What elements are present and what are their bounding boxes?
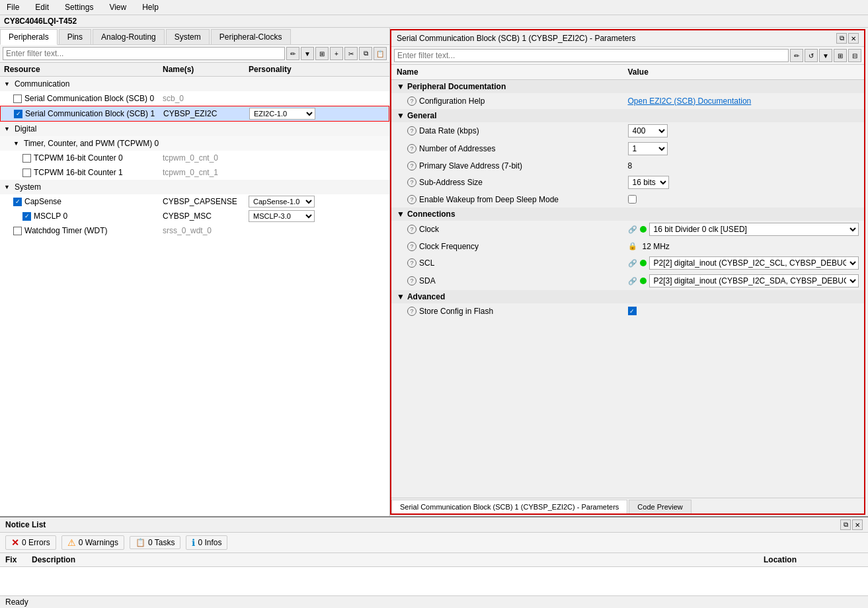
checkbox-wdt[interactable]: [13, 227, 22, 235]
help-icon-enable-wakeup[interactable]: ?: [407, 195, 416, 204]
link-icon-clock[interactable]: 🔗: [628, 225, 637, 234]
help-icon-sda[interactable]: ?: [407, 276, 416, 285]
errors-btn[interactable]: ✕ 0 Errors: [5, 535, 56, 550]
help-icon-primary-slave[interactable]: ?: [407, 161, 416, 171]
personality-scb1: EZI2C-1.0: [249, 108, 385, 120]
help-icon-config-help[interactable]: ?: [407, 96, 416, 106]
row-sub-address-size: ? Sub-Address Size 16 bits: [391, 174, 864, 192]
menu-file[interactable]: File: [4, 1, 22, 13]
help-icon-num-addresses[interactable]: ?: [407, 144, 416, 153]
personality-select-msclp0[interactable]: MSCLP-3.0: [249, 210, 315, 222]
col-personality: Personality: [249, 65, 385, 74]
link-ezi2c-doc[interactable]: Open EZI2C (SCB) Documentation: [628, 96, 752, 106]
tab-pins[interactable]: Pins: [59, 29, 91, 44]
right-refresh-btn[interactable]: ↺: [805, 49, 818, 62]
close-btn[interactable]: ✕: [848, 33, 859, 44]
value-data-rate[interactable]: 400: [628, 124, 668, 137]
help-icon-clock-freq[interactable]: ?: [407, 242, 416, 251]
tree-wdt[interactable]: Watchdog Timer (WDT) srss_0_wdt_0: [0, 223, 389, 238]
left-paste-btn[interactable]: 📋: [374, 47, 387, 60]
personality-msclp0: MSCLP-3.0: [249, 210, 385, 222]
checkbox-capsense[interactable]: ✓: [13, 198, 22, 206]
tab-scb-parameters[interactable]: Serial Communication Block (SCB) 1 (CYBS…: [391, 500, 627, 513]
link-icon-sda[interactable]: 🔗: [628, 277, 637, 285]
value-sda[interactable]: P2[3] digital_inout (CYBSP_I2C_SDA, CYBS…: [649, 274, 859, 287]
section-advanced-header[interactable]: ▼ Advanced: [391, 290, 864, 303]
menu-edit[interactable]: Edit: [32, 1, 52, 13]
value-clock[interactable]: 16 bit Divider 0 clk [USED]: [649, 223, 859, 236]
tab-peripheral-clocks[interactable]: Peripheral-Clocks: [211, 29, 291, 44]
help-icon-sub-address-size[interactable]: ?: [407, 178, 416, 187]
value-store-config[interactable]: ✓: [628, 307, 637, 315]
section-general-header[interactable]: ▼ General: [391, 109, 864, 122]
label-sub-address-size: Sub-Address Size: [419, 178, 483, 187]
infos-btn[interactable]: ℹ 0 Infos: [186, 535, 227, 550]
notice-restore-btn[interactable]: ⧉: [840, 519, 851, 530]
checkbox-scb0[interactable]: [13, 95, 22, 103]
restore-btn[interactable]: ⧉: [836, 33, 847, 44]
right-collapse-btn[interactable]: ⊟: [848, 49, 861, 62]
tree-tcpwm0[interactable]: TCPWM 16-bit Counter 0 tcpwm_0_cnt_0: [0, 151, 389, 165]
left-filter-input[interactable]: [3, 47, 285, 60]
value-enable-wakeup[interactable]: [628, 195, 637, 204]
section-connections-header[interactable]: ▼ Connections: [391, 208, 864, 221]
left-expand-btn[interactable]: ⊞: [315, 47, 329, 60]
checkbox-scb1[interactable]: ✓: [14, 110, 22, 118]
warnings-btn[interactable]: ⚠ 0 Warnings: [61, 535, 124, 550]
left-add-btn[interactable]: +: [330, 47, 343, 60]
section-peripheral-doc-header[interactable]: ▼ Peripheral Documentation: [391, 80, 864, 93]
tree-capsense[interactable]: ✓ CapSense CYBSP_CAPSENSE CapSense-1.0: [0, 194, 389, 209]
value-scl[interactable]: P2[2] digital_inout (CYBSP_I2C_SCL, CYBS…: [649, 256, 859, 270]
tree-digital[interactable]: ▼ Digital: [0, 122, 389, 136]
right-filter-btn[interactable]: ▼: [819, 49, 832, 62]
tree-tcpwm[interactable]: ▼ Timer, Counter, and PWM (TCPWM) 0: [0, 136, 389, 151]
checkbox-tcpwm0[interactable]: [22, 154, 31, 163]
link-icon-scl[interactable]: 🔗: [628, 259, 637, 268]
right-filter-input[interactable]: [394, 49, 789, 62]
section-peripheral-doc: ▼ Peripheral Documentation ? Configurati…: [391, 80, 864, 109]
checkbox-tcpwm1[interactable]: [22, 169, 31, 177]
help-icon-store-config[interactable]: ?: [407, 307, 416, 316]
row-clock-freq: ? Clock Frequency 🔒 12 MHz: [391, 239, 864, 254]
notice-col-header: Fix Description Location: [0, 553, 868, 567]
menu-view[interactable]: View: [106, 1, 129, 13]
personality-select-capsense[interactable]: CapSense-1.0: [249, 196, 315, 208]
chevron-digital[interactable]: ▼: [4, 126, 12, 132]
notice-close-btn[interactable]: ✕: [852, 519, 863, 530]
right-expand-btn[interactable]: ⊞: [834, 49, 847, 62]
tree-scb1[interactable]: ✓ Serial Communication Block (SCB) 1 CYB…: [0, 106, 389, 122]
menu-settings[interactable]: Settings: [62, 1, 96, 13]
left-filter-btn[interactable]: ▼: [301, 47, 314, 60]
help-icon-scl[interactable]: ?: [407, 258, 416, 268]
name-wdt: srss_0_wdt_0: [163, 226, 249, 235]
value-sub-address-size[interactable]: 16 bits: [628, 176, 669, 189]
help-icon-clock[interactable]: ?: [407, 225, 416, 234]
tree-tcpwm1[interactable]: TCPWM 16-bit Counter 1 tcpwm_0_cnt_1: [0, 165, 389, 180]
tree-communication[interactable]: ▼ Communication: [0, 77, 389, 91]
tasks-btn[interactable]: 📋 0 Tasks: [130, 536, 180, 549]
right-filter-bar: ✏ ↺ ▼ ⊞ ⊟: [391, 47, 864, 65]
chevron-system[interactable]: ▼: [4, 184, 12, 190]
checkbox-msclp0[interactable]: ✓: [22, 212, 31, 221]
chevron-communication[interactable]: ▼: [4, 81, 12, 87]
left-cut-btn[interactable]: ✂: [344, 47, 358, 60]
tab-analog-routing[interactable]: Analog-Routing: [93, 29, 165, 44]
info-icon: ℹ: [192, 537, 195, 548]
value-num-addresses[interactable]: 1: [628, 142, 668, 155]
tree-scb0[interactable]: Serial Communication Block (SCB) 0 scb_0: [0, 91, 389, 106]
tree-msclp0[interactable]: ✓ MSCLP 0 CYBSP_MSC MSCLP-3.0: [0, 209, 389, 223]
help-icon-data-rate[interactable]: ?: [407, 126, 416, 135]
tab-code-preview[interactable]: Code Preview: [629, 500, 691, 513]
chevron-tcpwm[interactable]: ▼: [13, 140, 21, 147]
tab-peripherals[interactable]: Peripherals: [0, 29, 58, 45]
name-msclp0: CYBSP_MSC: [163, 211, 249, 221]
label-tcpwm1: TCPWM 16-bit Counter 1: [34, 168, 123, 177]
left-edit-btn[interactable]: ✏: [286, 47, 299, 60]
personality-select-scb1[interactable]: EZI2C-1.0: [249, 108, 315, 120]
right-edit-btn[interactable]: ✏: [790, 49, 803, 62]
tree-system[interactable]: ▼ System: [0, 180, 389, 194]
infos-label: 0 Infos: [198, 538, 221, 547]
menu-help[interactable]: Help: [139, 1, 161, 13]
left-copy-btn[interactable]: ⧉: [359, 47, 372, 60]
tab-system[interactable]: System: [166, 29, 210, 44]
